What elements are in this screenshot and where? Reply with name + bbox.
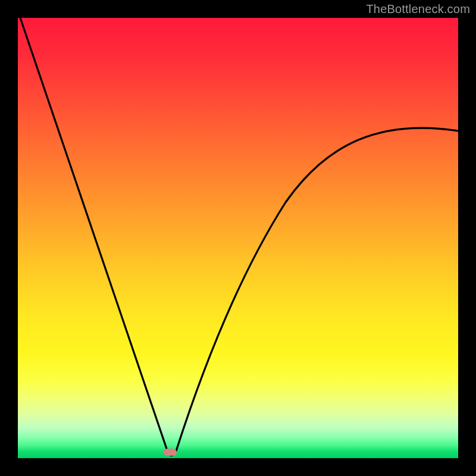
- bottleneck-curve: [18, 18, 458, 458]
- watermark-text: TheBottleneck.com: [366, 2, 470, 16]
- curve-path: [20, 18, 458, 456]
- chart-frame: TheBottleneck.com: [0, 0, 476, 476]
- plot-area: [18, 18, 458, 458]
- optimum-marker: [164, 449, 177, 456]
